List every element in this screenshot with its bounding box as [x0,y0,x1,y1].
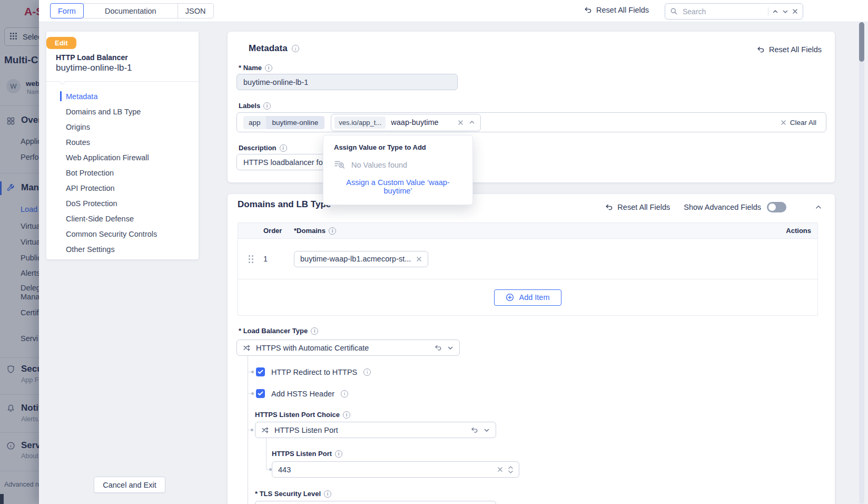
wizard-step-dos-protection[interactable]: DoS Protection [46,196,199,211]
background-sidebar: A-S Selec Multi-C W web Nam Over Applic … [0,0,39,504]
domains-reset-button[interactable]: Reset All Fields [605,203,670,211]
wizard-step-common-security-controls[interactable]: Common Security Controls [46,226,199,241]
info-icon[interactable] [311,327,318,335]
wizard-step-client-side-defense[interactable]: Client-Side Defense [46,211,199,226]
view-tabs: Form Documentation JSON [50,3,214,18]
undo-icon [756,45,765,54]
port-choice-select[interactable]: HTTPS Listen Port [255,422,496,438]
info-icon[interactable] [324,490,331,498]
info-icon[interactable] [341,390,348,398]
name-input[interactable] [236,74,458,90]
https-port-input[interactable]: 443 [272,461,519,478]
remove-label-icon[interactable] [458,120,463,125]
list-search-icon [334,160,346,170]
wizard-step-bot-protection[interactable]: Bot Protection [46,165,199,180]
wizard-step-domains[interactable]: Domains and LB Type [46,104,199,119]
label-chip-editing[interactable]: ves.io/app_t... waap-buytime [331,114,480,131]
labels-field-label: Labels [239,102,271,110]
domain-table-row: 1 buytime-waap-lb1.acmecorp-st... [238,239,817,279]
domains-title: Domains and LB Type [238,199,331,210]
editor-content: Edit HTTP Load Balancer buytime-online-l… [39,22,868,504]
info-icon[interactable] [280,144,287,152]
dropdown-empty-state: No Values found [334,160,462,170]
chevron-up-icon [815,203,822,211]
labels-input[interactable]: app buytime-online ves.io/app_t... waap-… [236,112,826,132]
edit-badge: Edit [46,37,76,49]
domains-lb-type-section: Domains and LB Type Reset All Fields Sho… [228,194,835,504]
https-port-label: HTTPS Listen Port [272,450,342,458]
notch [59,78,66,85]
search-close-button[interactable] [792,8,798,14]
info-icon[interactable] [329,227,336,235]
screen: A-S Selec Multi-C W web Nam Over Applic … [0,0,868,504]
metadata-title: Metadata [249,43,299,54]
info-icon[interactable] [292,45,299,52]
reset-all-fields-button[interactable]: Reset All Fields [584,6,649,14]
wizard-step-routes[interactable]: Routes [46,134,199,150]
label-chip[interactable]: app buytime-online [243,116,324,129]
undo-icon [584,6,592,14]
cancel-and-exit-button[interactable]: Cancel and Exit [94,477,165,493]
wizard-nav-card: Edit HTTP Load Balancer buytime-online-l… [46,32,199,259]
domains-table-header: Order *Domains Actions [238,223,817,239]
reset-field-icon[interactable] [470,426,478,434]
search-next-button[interactable] [782,8,788,15]
assign-custom-value-button[interactable]: Assign a Custom Value ‘waap-buytime’ [334,178,462,195]
http-redirect-checkbox[interactable] [256,367,265,376]
plus-circle-icon [506,293,514,302]
wizard-step-origins[interactable]: Origins [46,119,199,134]
clear-value-icon[interactable] [497,467,503,472]
scrollbar-thumb[interactable] [859,22,864,62]
search-box [665,3,803,20]
info-icon[interactable] [343,411,350,419]
undo-icon [605,203,613,211]
metadata-reset-button[interactable]: Reset All Fields [756,45,822,54]
info-icon[interactable] [363,369,371,376]
tab-form[interactable]: Form [50,3,84,18]
add-item-button[interactable]: Add Item [494,289,561,306]
oneof-fork-icon [261,426,269,434]
chevron-up-icon[interactable] [469,119,475,125]
number-stepper[interactable] [508,466,513,473]
hsts-row: Add HSTS Header [256,389,348,398]
collapse-section-button[interactable] [815,203,822,211]
tls-security-label: * TLS Security Level [255,490,331,498]
domain-value-chip[interactable]: buytime-waap-lb1.acmecorp-st... [294,251,428,267]
domains-table: Order *Domains Actions 1 buytime-waap-lb… [238,222,818,316]
chevron-down-icon[interactable] [484,427,490,433]
wizard-step-other-settings[interactable]: Other Settings [46,241,199,257]
clear-icon [781,120,786,125]
tab-json[interactable]: JSON [177,3,214,18]
search-prev-button[interactable] [772,8,778,15]
http-redirect-row: HTTP Redirect to HTTPS [256,367,371,376]
wizard-step-metadata[interactable]: Metadata [46,89,199,104]
hsts-checkbox[interactable] [256,389,265,398]
info-icon[interactable] [263,102,271,110]
show-advanced-fields: Show Advanced Fields [684,202,786,212]
tls-security-select[interactable] [255,501,496,504]
info-icon[interactable] [265,64,272,72]
info-icon[interactable] [335,450,342,458]
clear-all-labels-button[interactable]: Clear All [777,118,820,127]
tab-documentation[interactable]: Documentation [83,3,178,18]
lb-type-label: * Load Balancer Type [239,327,318,335]
port-choice-label: HTTPS Listen Port Choice [255,411,350,419]
scrollbar-track[interactable] [859,22,864,504]
search-input[interactable] [682,7,764,16]
drag-handle-icon[interactable] [249,255,253,263]
object-type-label: HTTP Load Balancer [56,53,128,62]
wizard-step-api-protection[interactable]: API Protection [46,180,199,196]
remove-domain-icon[interactable] [416,256,422,262]
name-field-label: * Name [239,64,272,72]
chevron-down-icon[interactable] [447,345,453,351]
reset-field-icon[interactable] [434,344,442,352]
description-field-label: Description [239,144,287,152]
wizard-step-waf[interactable]: Web Application Firewall [46,150,199,165]
modal-dim-overlay [0,0,39,504]
tree-line [266,438,267,470]
oneof-fork-icon [243,344,251,352]
lb-type-select[interactable]: HTTPS with Automatic Certificate [236,340,460,356]
advanced-fields-toggle[interactable] [767,202,786,212]
domains-header-controls: Reset All Fields Show Advanced Fields [605,202,822,212]
editor-topbar: Form Documentation JSON Reset All Fields [39,0,868,22]
